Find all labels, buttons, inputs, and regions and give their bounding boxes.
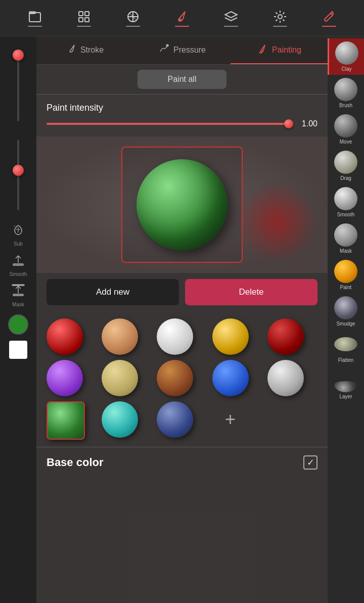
stroke-icon — [66, 43, 76, 56]
painting-icon — [257, 43, 268, 56]
toolbar-files[interactable] — [28, 10, 42, 27]
material-cyan[interactable] — [102, 401, 138, 438]
toolbar-brush[interactable] — [175, 10, 189, 27]
material-skin[interactable] — [102, 318, 138, 355]
right-tool-smooth[interactable]: Smooth — [328, 184, 364, 220]
tab-pressure-label: Pressure — [173, 45, 206, 55]
svg-point-11 — [178, 19, 181, 22]
right-tool-clay[interactable]: Clay — [328, 38, 364, 75]
material-grid: + — [36, 311, 328, 447]
slider-thumb-top[interactable] — [13, 50, 24, 61]
intensity-value: 1.00 — [295, 119, 317, 128]
material-gold[interactable] — [212, 318, 249, 355]
toolbar-layers-line — [224, 26, 238, 27]
flatten-label: Flatten — [338, 357, 354, 363]
brush-tabs: Stroke Pressure Painting — [36, 36, 328, 65]
clay-sphere — [335, 41, 358, 65]
material-purple[interactable] — [47, 360, 83, 396]
svg-point-13 — [278, 15, 282, 19]
material-navy[interactable] — [157, 401, 193, 438]
paint-intensity-section: Paint intensity 1.00 — [36, 95, 328, 136]
right-tool-flatten[interactable]: Flatten — [328, 330, 364, 366]
intensity-thumb[interactable] — [284, 119, 293, 128]
center-panel: Stroke Pressure Painting — [36, 36, 328, 603]
mask-tool[interactable]: Mask — [3, 280, 33, 310]
mask-label: Mask — [12, 302, 24, 307]
toolbar-grid[interactable] — [77, 10, 91, 27]
material-white[interactable] — [157, 318, 193, 355]
add-material-button[interactable]: + — [212, 401, 249, 438]
right-tool-move[interactable]: Move — [328, 111, 364, 148]
base-color-checkbox[interactable]: ✓ — [303, 455, 317, 470]
paint-all-button[interactable]: Paint all — [138, 70, 227, 89]
intensity-slider[interactable] — [47, 123, 289, 125]
material-darkred[interactable] — [267, 318, 304, 355]
sub-icon — [11, 222, 25, 240]
smooth-upload-icon — [11, 253, 25, 270]
preview-red-bg — [237, 182, 317, 263]
tab-painting[interactable]: Painting — [231, 36, 328, 64]
smudge-label: Smudge — [336, 321, 355, 327]
toolbar-symmetry[interactable] — [126, 10, 140, 27]
toolbar-settings[interactable] — [273, 10, 287, 27]
material-brown[interactable] — [157, 360, 193, 396]
tab-stroke[interactable]: Stroke — [36, 36, 133, 64]
color-preview[interactable] — [8, 314, 28, 335]
smooth-tool[interactable]: Smooth — [3, 250, 33, 280]
svg-rect-16 — [13, 294, 23, 296]
smudge-sphere — [334, 296, 357, 319]
material-blue[interactable] — [212, 360, 249, 396]
delete-button[interactable]: Delete — [185, 279, 317, 305]
right-tool-drag[interactable]: Drag — [328, 148, 364, 184]
clay-label: Clay — [341, 66, 351, 72]
intensity-slider-row: 1.00 — [47, 119, 317, 128]
preview-sphere — [136, 159, 228, 250]
material-green-selected[interactable] — [47, 401, 85, 440]
paint-all-area: Paint all — [36, 65, 328, 95]
brush-size-slider[interactable] — [3, 45, 33, 126]
toolbar-settings-line — [273, 26, 287, 27]
toolbar-wrench[interactable] — [322, 10, 336, 27]
right-tool-paint[interactable]: Paint — [328, 257, 364, 293]
layer-label: Layer — [339, 394, 352, 399]
right-tool-layer[interactable]: Layer — [328, 366, 364, 402]
flatten-sphere — [334, 337, 357, 351]
smooth-sphere — [334, 187, 357, 210]
paint-intensity-label: Paint intensity — [47, 103, 317, 113]
right-tool-mask[interactable]: Mask — [328, 220, 364, 257]
slider-track — [17, 51, 19, 121]
material-red[interactable] — [47, 318, 83, 355]
smooth-label: Smooth — [10, 271, 27, 277]
right-sidebar: Clay Brush Move Drag Smooth Mask Paint — [328, 36, 364, 603]
material-silver[interactable] — [267, 360, 304, 396]
white-color-square[interactable] — [9, 341, 27, 359]
sub-tool[interactable]: Sub — [3, 219, 33, 250]
svg-rect-4 — [85, 12, 89, 16]
layer-sphere — [334, 381, 357, 392]
tab-pressure[interactable]: Pressure — [133, 36, 231, 64]
svg-rect-3 — [79, 12, 83, 16]
brush-strength-slider[interactable] — [3, 134, 33, 215]
mask-right-label: Mask — [340, 248, 352, 254]
selected-material-preview[interactable] — [121, 147, 243, 263]
tab-stroke-label: Stroke — [80, 45, 104, 55]
base-color-label: Base color — [47, 456, 104, 469]
svg-rect-15 — [13, 264, 23, 265]
top-toolbar — [0, 0, 364, 36]
pressure-icon — [158, 43, 169, 56]
mask-sphere — [334, 223, 357, 247]
base-color-section: Base color ✓ — [36, 447, 328, 478]
toolbar-brush-line — [175, 26, 189, 27]
slider-thumb-mid[interactable] — [13, 165, 24, 176]
toolbar-layers[interactable] — [224, 10, 238, 27]
sub-label: Sub — [14, 241, 23, 247]
right-tool-smudge[interactable]: Smudge — [328, 293, 364, 330]
preview-area[interactable] — [36, 136, 328, 273]
material-sand[interactable] — [102, 360, 138, 396]
drag-label: Drag — [340, 175, 351, 181]
right-tool-brush[interactable]: Brush — [328, 75, 364, 111]
add-new-button[interactable]: Add new — [47, 279, 179, 305]
main-layout: Sub Smooth Mask — [0, 36, 364, 603]
left-sidebar: Sub Smooth Mask — [0, 36, 36, 603]
move-sphere — [334, 114, 357, 137]
